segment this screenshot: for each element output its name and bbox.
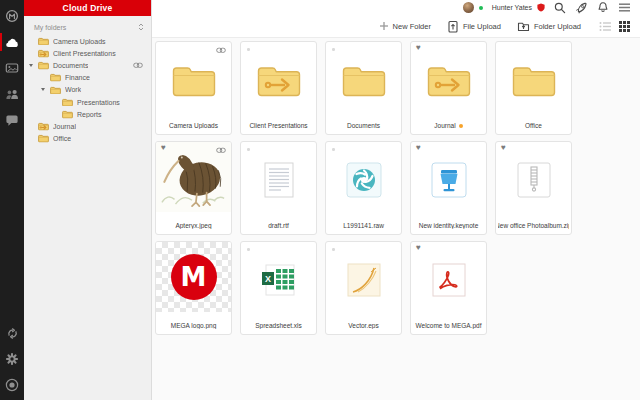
app-badge-icon [5,378,19,392]
page-title: Cloud Drive [24,0,151,16]
rtf-document-icon [264,162,294,198]
tile-keynote-file[interactable]: ♥ New identity.keynote [410,141,487,235]
tile-camera-uploads[interactable]: Camera Uploads [155,41,232,135]
main-area: Hunter Yates New [152,0,640,400]
rail-contacts[interactable] [0,81,24,107]
keynote-icon [431,162,467,198]
rail-media[interactable] [0,55,24,81]
rail-app-badge[interactable] [0,372,24,398]
folder-icon [511,62,557,98]
folder-icon [50,73,61,82]
search-icon[interactable] [554,2,566,14]
rail-settings[interactable] [0,346,24,372]
tree-item-label: Office [53,135,71,142]
mega-logo-glyph [5,9,19,23]
favorite-icon: ♥ [161,143,166,153]
favorite-icon: ♥ [416,143,421,153]
menu-icon[interactable] [618,2,631,13]
tile-draft-rtf[interactable]: draft.rtf [240,141,317,235]
presence-dot-icon [479,6,483,10]
xls-spreadsheet-icon: X [260,263,298,297]
favorite-icon: ♥ [416,43,421,53]
view-toggle [599,21,630,32]
file-upload-button[interactable]: File Upload [447,20,501,33]
rail-chat[interactable] [0,107,24,133]
plus-icon [379,21,389,31]
hover-dot [247,148,250,151]
folder-icon [62,110,73,119]
list-view-icon[interactable] [599,21,611,32]
tree-item-finance[interactable]: Finance [24,72,151,84]
hover-dot [247,248,250,251]
tree-item-presentations[interactable]: Presentations [24,96,151,108]
tree-item-label: Camera Uploads [53,38,106,45]
tree-item-label: Work [65,86,81,93]
file-name: MEGA logo.png [158,322,229,329]
folder-icon [38,61,49,70]
app-rail [0,0,24,400]
grid-view-icon[interactable] [619,21,630,32]
tree-item-work[interactable]: Work [24,84,151,96]
expand-caret-icon[interactable] [29,64,33,67]
zip-icon [517,162,551,198]
rail-cloud-drive[interactable] [0,29,24,55]
file-name: New office Photoalbum.zip [498,222,569,229]
folder-icon [171,62,217,98]
tile-client-presentations[interactable]: Client Presentations [240,41,317,135]
file-grid: Camera Uploads Client Presentations Docu… [152,38,640,400]
tree-item-reports[interactable]: Reports [24,108,151,120]
tile-raw-file[interactable]: L1991141.raw [325,141,402,235]
tree-item-journal[interactable]: Journal [24,120,151,132]
file-name: Vector.eps [328,322,399,329]
mega-logo-image: M [171,254,217,300]
notifications-bell-icon[interactable] [597,1,609,14]
tile-mega-logo-png[interactable]: M MEGA logo.png [155,241,232,335]
photos-icon [5,62,19,74]
tile-documents[interactable]: Documents [325,41,402,135]
contacts-icon [5,88,20,100]
collapse-icon[interactable] [138,23,144,31]
expand-caret-icon[interactable] [41,88,45,91]
tile-welcome-pdf[interactable]: ♥ Welcome to MEGA.pdf [410,241,487,335]
transparent-thumbnail: M [156,242,231,312]
favorite-icon: ♥ [501,143,506,153]
eps-vector-icon [347,263,381,297]
tree-item-client-presentations[interactable]: Client Presentations [24,47,151,59]
folder-upload-label: Folder Upload [534,22,581,31]
file-upload-icon [447,20,459,33]
rail-sync[interactable] [0,320,24,346]
folder-icon [62,98,73,107]
folder-tree-panel: Cloud Drive My folders Camera Uploads Cl… [24,0,152,400]
raw-aperture-icon [346,162,382,198]
file-name: Camera Uploads [158,122,229,129]
link-icon [216,147,226,154]
rocket-icon[interactable] [575,1,588,14]
username: Hunter Yates [492,4,532,11]
tree-item-office[interactable]: Office [24,133,151,145]
topbar: Hunter Yates [152,0,640,15]
new-folder-button[interactable]: New Folder [379,21,431,31]
mega-logo-icon[interactable] [0,3,24,29]
folder-upload-button[interactable]: Folder Upload [517,20,581,32]
avatar[interactable] [463,2,474,13]
file-upload-label: File Upload [463,22,501,31]
tile-spreadsheet-xls[interactable]: X Spreadsheet.xls [240,241,317,335]
favorite-icon: ♥ [416,243,421,253]
tree-item-camera-uploads[interactable]: Camera Uploads [24,35,151,47]
tree-header-label: My folders [34,24,66,31]
folder-upload-icon [517,20,530,32]
shared-folder-icon [256,62,302,98]
tile-office[interactable]: Office [495,41,572,135]
tile-journal[interactable]: ♥ Journal [410,41,487,135]
file-name: Client Presentations [243,122,314,129]
tree-item-documents[interactable]: Documents [24,59,151,71]
hover-dot [332,148,335,151]
tile-zip-file[interactable]: ♥ New office Photoalbum.zip [495,141,572,235]
tile-vector-eps[interactable]: Vector.eps [325,241,402,335]
folder-icon [38,37,49,46]
file-name: Documents [328,122,399,129]
tile-apteryx-jpeg[interactable]: ♥ Apteryx.jpeg [155,141,232,235]
file-name: Welcome to MEGA.pdf [413,322,484,329]
folder-icon [50,86,61,95]
svg-text:X: X [264,274,270,284]
